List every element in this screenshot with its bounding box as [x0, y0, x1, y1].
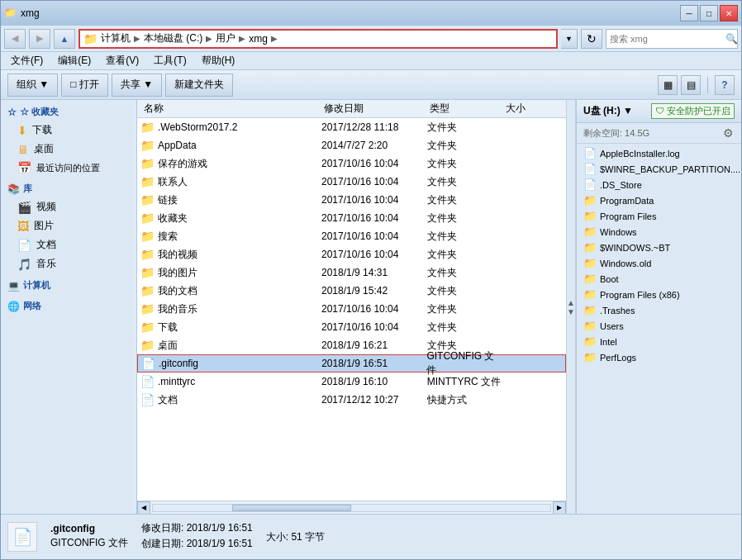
column-header-size[interactable]: 大小 — [502, 102, 563, 116]
search-box[interactable]: 🔍 — [606, 29, 738, 49]
table-row[interactable]: 📁 AppData 2014/7/27 2:20 文件夹 — [137, 136, 566, 154]
table-row[interactable]: 📄 .minttyrc 2018/1/9 16:10 MINTTYRC 文件 — [137, 373, 566, 391]
list-item[interactable]: 📁 ProgramData — [577, 192, 741, 208]
favorites-header[interactable]: ☆ ☆ 收藏夹 — [1, 103, 136, 121]
drive-label[interactable]: U盘 (H:) ▼ — [583, 104, 633, 118]
menu-edit[interactable]: 编辑(E) — [51, 52, 98, 69]
list-item[interactable]: 📁 $WINDOWS.~BT — [577, 240, 741, 255]
table-row[interactable]: 📁 收藏夹 2017/10/16 10:04 文件夹 — [137, 209, 566, 227]
main-content: ☆ ☆ 收藏夹 ⬇ 下载 🖥 桌面 📅 最近访问的位置 📚 — [1, 100, 741, 514]
list-item[interactable]: 📄 .DS_Store — [577, 177, 741, 192]
menu-view[interactable]: 查看(V) — [99, 52, 145, 69]
table-row[interactable]: 📁 搜索 2017/10/16 10:04 文件夹 — [137, 227, 566, 245]
column-header-type[interactable]: 类型 — [426, 102, 502, 116]
organize-button[interactable]: 组织 ▼ — [7, 74, 58, 97]
new-folder-button[interactable]: 新建文件夹 — [165, 74, 233, 97]
refresh-button[interactable]: ↻ — [581, 29, 602, 49]
free-space-label: 剩余空间: 14.5G — [583, 127, 649, 140]
library-section: 📚 库 🎬 视频 🖼 图片 📄 文档 🎵 音乐 — [1, 180, 136, 273]
computer-section: 💻 计算机 — [1, 277, 136, 294]
list-item[interactable]: 📁 Boot — [577, 271, 741, 287]
address-dropdown-button[interactable]: ▼ — [561, 29, 578, 49]
column-header-date[interactable]: 修改日期 — [321, 102, 426, 116]
table-row[interactable]: 📁 保存的游戏 2017/10/16 10:04 文件夹 — [137, 154, 566, 173]
menu-tools[interactable]: 工具(T) — [147, 52, 193, 69]
table-row[interactable]: 📄 文档 2017/12/12 10:27 快捷方式 — [137, 391, 566, 409]
up-button[interactable]: ▲ — [54, 29, 75, 49]
right-file-icon: 📁 — [583, 257, 597, 269]
computer-header[interactable]: 💻 计算机 — [1, 277, 136, 294]
share-button[interactable]: 共享 ▼ — [112, 74, 162, 97]
table-row[interactable]: 📁 我的音乐 2017/10/16 10:04 文件夹 — [137, 300, 566, 318]
sidebar-item-recent[interactable]: 📅 最近访问的位置 — [1, 159, 136, 177]
sidebar: ☆ ☆ 收藏夹 ⬇ 下载 🖥 桌面 📅 最近访问的位置 📚 — [1, 100, 137, 514]
scroll-left-button[interactable]: ◀ — [137, 501, 150, 515]
sidebar-item-video[interactable]: 🎬 视频 — [1, 197, 136, 216]
table-row[interactable]: 📁 我的文档 2018/1/9 15:42 文件夹 — [137, 282, 566, 300]
gear-icon[interactable]: ⚙ — [721, 126, 735, 140]
address-box[interactable]: 📁 计算机 ▶ 本地磁盘 (C:) ▶ 用户 ▶ xmg ▶ — [78, 29, 558, 49]
scroll-down-icon[interactable]: ▼ — [567, 307, 575, 316]
list-item[interactable]: 📁 Windows.old — [577, 255, 741, 271]
file-list-area: 名称 修改日期 类型 大小 📁 .WebStorm2017.2 2017/12/… — [137, 100, 566, 514]
sidebar-item-music[interactable]: 🎵 音乐 — [1, 254, 136, 273]
network-section: 🌐 网络 — [1, 297, 136, 315]
maximize-button[interactable]: □ — [700, 5, 718, 21]
column-header-name[interactable]: 名称 — [140, 102, 321, 116]
file-row-type: 文件夹 — [427, 248, 502, 262]
list-item[interactable]: 📁 Program Files (x86) — [577, 287, 741, 302]
file-row-type: 文件夹 — [427, 193, 502, 207]
menu-help[interactable]: 帮助(H) — [195, 52, 242, 69]
table-row[interactable]: 📄 .gitconfig 2018/1/9 16:51 GITCONFIG 文件 — [137, 354, 566, 373]
back-button[interactable]: ◀ — [4, 29, 26, 49]
title-bar: 📁 xmg ─ □ ✕ — [1, 1, 741, 26]
help-button[interactable]: ? — [715, 75, 735, 95]
list-item[interactable]: 📁 Intel — [577, 334, 741, 349]
right-file-name: Program Files (x86) — [600, 290, 680, 300]
file-row-icon: 📁 — [140, 266, 155, 279]
list-item[interactable]: 📄 AppleBcInstaller.log — [577, 145, 741, 161]
view-list-button[interactable]: ▤ — [681, 75, 701, 95]
file-row-icon: 📁 — [140, 230, 155, 243]
file-row-icon: 📁 — [140, 157, 155, 170]
list-item[interactable]: 📁 .Trashes — [577, 302, 741, 318]
list-item[interactable]: 📁 PerfLogs — [577, 349, 741, 365]
file-row-icon: 📁 — [140, 339, 155, 352]
right-file-icon: 📄 — [583, 178, 597, 191]
scroll-right-button[interactable]: ▶ — [553, 501, 566, 515]
table-row[interactable]: 📁 我的视频 2017/10/16 10:04 文件夹 — [137, 245, 566, 263]
scroll-track[interactable] — [152, 504, 551, 512]
sidebar-item-documents[interactable]: 📄 文档 — [1, 235, 136, 254]
file-row-date: 2017/10/16 10:04 — [321, 321, 427, 333]
search-input[interactable] — [610, 34, 724, 44]
right-file-name: .DS_Store — [600, 180, 642, 190]
sidebar-item-download[interactable]: ⬇ 下载 — [1, 121, 136, 140]
table-row[interactable]: 📁 联系人 2017/10/16 10:04 文件夹 — [137, 173, 566, 191]
close-button[interactable]: ✕ — [720, 5, 738, 21]
status-size: 大小: 51 字节 — [266, 530, 325, 544]
list-item[interactable]: 📄 $WINRE_BACKUP_PARTITION.... — [577, 161, 741, 177]
file-row-name: 收藏夹 — [158, 211, 188, 225]
list-item[interactable]: 📁 Users — [577, 318, 741, 334]
library-header[interactable]: 📚 库 — [1, 180, 136, 197]
table-row[interactable]: 📁 我的图片 2018/1/9 14:31 文件夹 — [137, 263, 566, 282]
file-row-type: MINTTYRC 文件 — [427, 375, 502, 389]
forward-button[interactable]: ▶ — [29, 29, 50, 49]
list-item[interactable]: 📁 Windows — [577, 224, 741, 240]
file-row-icon: 📁 — [140, 139, 155, 152]
network-header[interactable]: 🌐 网络 — [1, 297, 136, 315]
view-icon-button[interactable]: ▦ — [658, 75, 678, 95]
open-button[interactable]: □ 打开 — [61, 74, 108, 97]
table-row[interactable]: 📁 下载 2017/10/16 10:04 文件夹 — [137, 318, 566, 336]
table-row[interactable]: 📁 .WebStorm2017.2 2017/12/28 11:18 文件夹 — [137, 118, 566, 136]
file-row-icon: 📁 — [140, 121, 155, 134]
menu-file[interactable]: 文件(F) — [4, 52, 50, 69]
sidebar-item-pictures[interactable]: 🖼 图片 — [1, 216, 136, 235]
title-buttons: ─ □ ✕ — [680, 5, 738, 21]
sidebar-item-desktop[interactable]: 🖥 桌面 — [1, 140, 136, 159]
list-item[interactable]: 📁 Program Files — [577, 208, 741, 224]
table-row[interactable]: 📁 链接 2017/10/16 10:04 文件夹 — [137, 191, 566, 209]
minimize-button[interactable]: ─ — [680, 5, 698, 21]
scroll-thumb[interactable] — [232, 505, 351, 511]
scroll-up-icon[interactable]: ▲ — [567, 298, 575, 307]
